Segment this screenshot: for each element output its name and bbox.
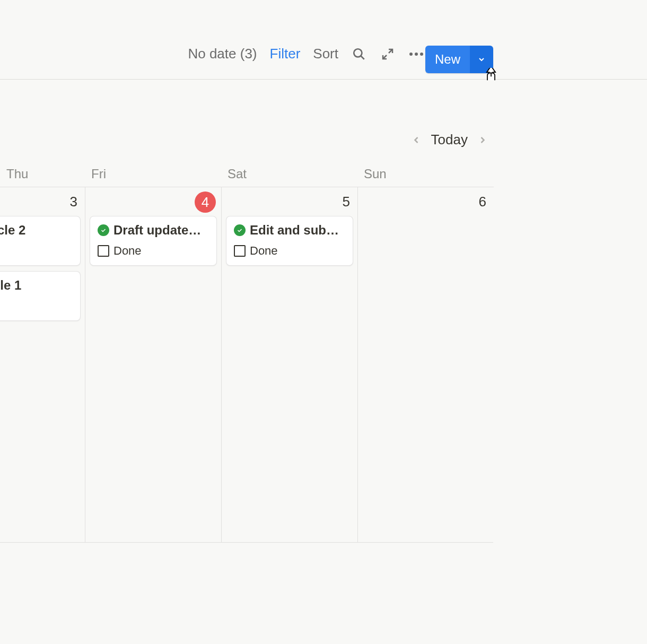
day-number: 3 — [70, 194, 77, 210]
done-checkbox[interactable] — [234, 245, 246, 257]
done-label: Done — [250, 244, 278, 258]
more-icon[interactable] — [408, 46, 424, 62]
day-number: 5 — [343, 194, 350, 210]
svg-line-1 — [361, 56, 364, 59]
today-button[interactable]: Today — [431, 132, 468, 148]
day-header-thu: Thu — [0, 161, 85, 187]
day-cell-thu[interactable]: 3 ft article 2 e t article 1 — [0, 187, 85, 542]
card-title: Edit and sub… — [250, 223, 339, 238]
toolbar: No date (3) Filter Sort New — [0, 0, 647, 80]
event-card[interactable]: ft article 2 e — [0, 216, 81, 266]
card-title: Draft update… — [113, 223, 201, 238]
day-cell-sat[interactable]: 5 Edit and sub… Done — [221, 187, 357, 542]
new-button[interactable]: New — [425, 46, 493, 73]
date-nav: Today — [411, 132, 488, 148]
day-cell-sun[interactable]: 6 — [357, 187, 494, 542]
day-headers: Thu Fri Sat Sun — [0, 161, 493, 187]
day-grid: 3 ft article 2 e t article 1 — [0, 187, 493, 542]
expand-icon[interactable] — [380, 46, 396, 62]
day-number-today: 4 — [195, 192, 216, 213]
new-button-label: New — [425, 46, 470, 73]
sort-button[interactable]: Sort — [313, 46, 338, 62]
day-header-sun: Sun — [357, 161, 494, 187]
day-number: 6 — [479, 194, 486, 210]
day-cell-fri[interactable]: 4 Draft update… Done — [85, 187, 221, 542]
status-done-icon — [98, 224, 109, 236]
day-header-sat: Sat — [221, 161, 357, 187]
done-label: Done — [113, 244, 142, 258]
svg-point-0 — [354, 49, 362, 57]
calendar: Thu Fri Sat Sun 3 ft article 2 e — [0, 161, 493, 543]
event-card[interactable]: Edit and sub… Done — [226, 216, 353, 266]
day-header-fri: Fri — [85, 161, 221, 187]
card-title: ft article 2 — [0, 223, 25, 238]
event-card[interactable]: t article 1 e — [0, 271, 81, 321]
event-card[interactable]: Draft update… Done — [90, 216, 217, 266]
search-icon[interactable] — [351, 46, 367, 62]
next-arrow[interactable] — [477, 135, 488, 145]
prev-arrow[interactable] — [411, 135, 422, 145]
no-date-button[interactable]: No date (3) — [188, 46, 257, 62]
filter-button[interactable]: Filter — [270, 46, 301, 62]
status-done-icon — [234, 224, 246, 236]
new-button-dropdown[interactable] — [470, 46, 493, 73]
done-checkbox[interactable] — [98, 245, 109, 257]
card-title: t article 1 — [0, 278, 21, 293]
